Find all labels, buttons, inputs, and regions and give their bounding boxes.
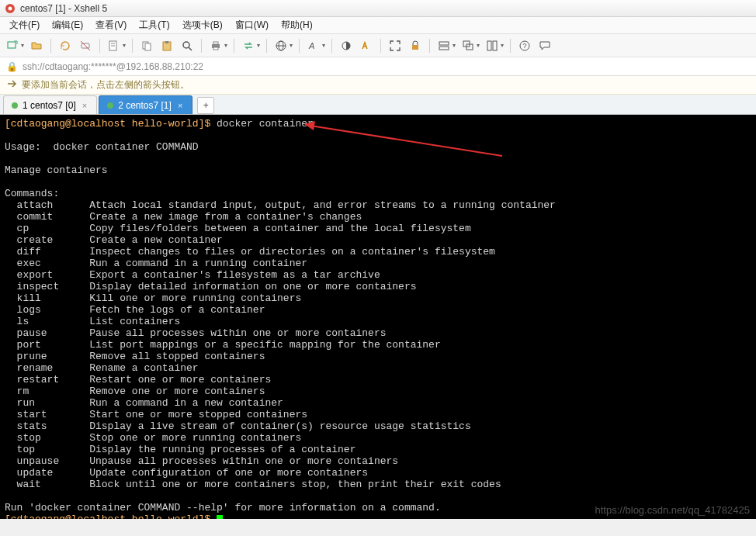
separator — [429, 39, 430, 53]
prompt-user: [cdtaogang@localhost hello-world]$ — [5, 118, 217, 130]
svg-line-4 — [81, 41, 90, 50]
menu-window[interactable]: 窗口(W) — [231, 17, 273, 33]
svg-rect-11 — [165, 41, 168, 43]
font-icon[interactable]: A — [306, 38, 321, 54]
chevron-down-icon[interactable]: ▾ — [21, 42, 24, 49]
menubar: 文件(F) 编辑(E) 查看(V) 工具(T) 选项卡(B) 窗口(W) 帮助(… — [0, 17, 756, 34]
terminal[interactable]: [cdtaogang@localhost hello-world]$ docke… — [0, 115, 756, 519]
copy-icon[interactable] — [139, 38, 154, 54]
status-dot-icon — [12, 102, 18, 109]
menu-help[interactable]: 帮助(H) — [276, 17, 317, 33]
separator — [234, 39, 234, 53]
separator — [331, 39, 332, 53]
cursor-icon — [217, 515, 223, 519]
properties-icon[interactable] — [106, 38, 122, 54]
lock-icon[interactable] — [407, 38, 423, 54]
tile-horizontal-icon[interactable] — [436, 38, 452, 54]
language-icon[interactable] — [273, 38, 289, 54]
separator — [132, 39, 133, 53]
open-icon[interactable] — [29, 38, 44, 54]
chevron-down-icon[interactable]: ▾ — [322, 42, 325, 49]
svg-rect-28 — [493, 41, 497, 50]
new-session-icon[interactable] — [5, 38, 20, 54]
add-session-arrow-icon[interactable] — [6, 78, 17, 92]
titlebar: centos7 [1] - Xshell 5 — [0, 0, 756, 17]
menu-file[interactable]: 文件(F) — [5, 17, 44, 33]
svg-text:A: A — [308, 41, 314, 50]
help-icon[interactable]: ? — [517, 38, 532, 54]
svg-point-1 — [9, 6, 12, 10]
info-bar: 要添加当前会话，点击左侧的箭头按钮。 — [0, 76, 756, 95]
watermark: https://blog.csdn.net/qq_41782425 — [595, 504, 751, 516]
separator — [201, 39, 202, 53]
separator — [510, 39, 511, 53]
reconnect-icon[interactable] — [57, 38, 73, 54]
svg-line-13 — [189, 47, 192, 50]
terminal-output: Usage: docker container COMMAND Manage c… — [5, 141, 556, 514]
chevron-down-icon[interactable]: ▾ — [257, 42, 260, 49]
color-scheme-icon[interactable] — [338, 38, 354, 54]
chevron-down-icon[interactable]: ▾ — [453, 42, 456, 49]
tab-bar: 1 centos7 [0] × 2 centos7 [1] × + — [0, 95, 756, 115]
close-icon[interactable]: × — [81, 101, 88, 110]
session-url[interactable]: ssh://cdtaogang:*******@192.168.88.210:2… — [23, 61, 203, 72]
tab-label: 2 centos7 [1] — [118, 100, 172, 111]
svg-text:?: ? — [523, 42, 527, 50]
separator — [99, 39, 100, 53]
disconnect-icon[interactable] — [78, 38, 93, 54]
find-icon[interactable] — [179, 38, 195, 54]
svg-rect-23 — [439, 42, 449, 45]
svg-rect-2 — [8, 42, 16, 48]
menu-tab[interactable]: 选项卡(B) — [178, 17, 227, 33]
tab-centos7-1[interactable]: 2 centos7 [1] × — [99, 95, 192, 114]
prompt-command: docker container — [217, 118, 314, 130]
highlight-icon[interactable] — [359, 38, 374, 54]
svg-rect-16 — [213, 47, 218, 50]
menu-view[interactable]: 查看(V) — [91, 17, 131, 33]
chevron-down-icon[interactable]: ▾ — [501, 42, 504, 49]
chevron-down-icon[interactable]: ▾ — [477, 42, 480, 49]
chevron-down-icon[interactable]: ▾ — [123, 42, 126, 49]
chat-icon[interactable] — [537, 38, 553, 54]
separator — [299, 39, 300, 53]
address-bar: 🔒 ssh://cdtaogang:*******@192.168.88.210… — [0, 57, 756, 76]
menu-edit[interactable]: 编辑(E) — [47, 17, 88, 33]
svg-line-31 — [310, 126, 502, 156]
status-dot-icon — [107, 102, 113, 109]
chevron-down-icon[interactable]: ▾ — [224, 42, 227, 49]
svg-rect-24 — [439, 47, 449, 50]
paste-icon[interactable] — [159, 38, 175, 54]
separator — [50, 39, 51, 53]
svg-rect-9 — [145, 43, 151, 50]
separator — [266, 39, 267, 53]
transfer-icon[interactable] — [241, 38, 256, 54]
annotation-arrow-icon — [304, 121, 506, 161]
svg-point-12 — [183, 42, 189, 48]
svg-rect-27 — [487, 41, 491, 50]
info-text: 要添加当前会话，点击左侧的箭头按钮。 — [22, 78, 189, 92]
separator — [380, 39, 381, 53]
menu-tools[interactable]: 工具(T) — [134, 17, 174, 33]
close-icon[interactable]: × — [176, 101, 184, 110]
svg-rect-22 — [412, 45, 418, 50]
tile-cascade-icon[interactable] — [460, 38, 476, 54]
svg-rect-15 — [213, 42, 218, 44]
prompt-user: [cdtaogang@localhost hello-world]$ — [5, 514, 217, 519]
tab-label: 1 centos7 [0] — [23, 100, 76, 111]
toolbar: ▾ ▾ ▾ ▾ ▾ A▾ ▾ ▾ ▾ ? — [0, 34, 756, 57]
app-icon — [5, 3, 16, 14]
tab-centos7-0[interactable]: 1 centos7 [0] × — [3, 95, 97, 114]
print-icon[interactable] — [208, 38, 224, 54]
tile-vertical-icon[interactable] — [484, 38, 500, 54]
lock-small-icon: 🔒 — [6, 61, 18, 72]
fullscreen-icon[interactable] — [387, 38, 403, 54]
new-tab-button[interactable]: + — [197, 97, 214, 114]
chevron-down-icon[interactable]: ▾ — [290, 42, 293, 49]
window-title: centos7 [1] - Xshell 5 — [20, 3, 107, 14]
